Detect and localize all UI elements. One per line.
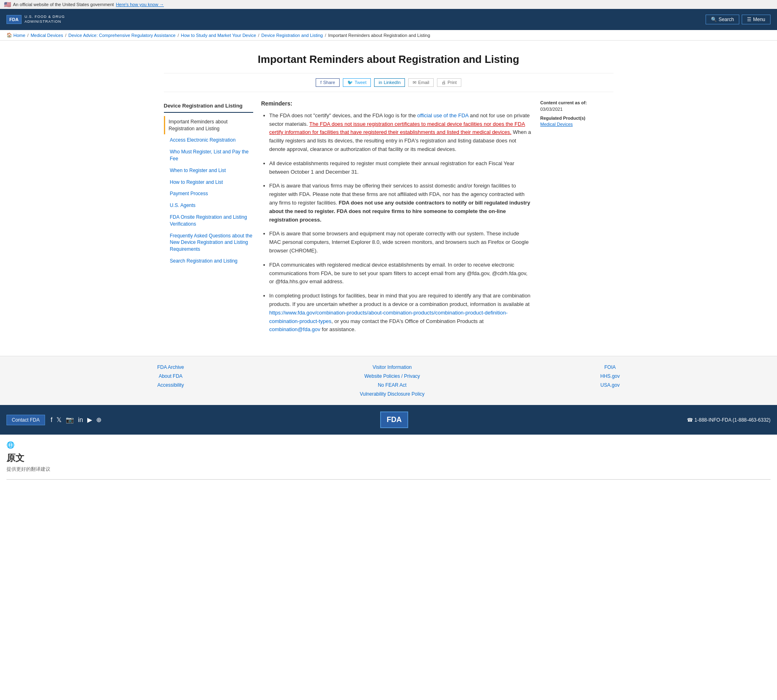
print-label: Print [448,80,457,85]
share-twitter-button[interactable]: 🐦 Tweet [343,78,371,87]
footer-links-grid: FDA Archive About FDA Accessibility Visi… [157,364,620,397]
tweet-label: Tweet [355,80,366,85]
share-facebook-button[interactable]: f Share [316,78,339,87]
list-item: All device establishments required to re… [269,159,532,177]
content-layout: Device Registration and Listing Importan… [164,92,613,356]
print-button[interactable]: 🖨 Print [437,78,461,87]
linkedin-icon: in [379,80,382,85]
search-icon: 🔍 [711,17,717,22]
sidebar-item-fda-onsite[interactable]: FDA Onsite Registration and Listing Veri… [164,211,253,230]
breadcrumb-home[interactable]: Home [13,33,25,38]
footer-dark-center: FDA [380,411,408,428]
footer-phone: ☎ 1-888-INFO-FDA (1-888-463-6332) [687,417,771,423]
footer-facebook-icon[interactable]: f [51,416,52,424]
menu-icon: ☰ [747,17,751,22]
sidebar-item-payment-process[interactable]: Payment Process [164,188,253,200]
header-buttons: 🔍 Search ☰ Menu [706,15,771,24]
footer-dark-right: ☎ 1-888-INFO-FDA (1-888-463-6332) [687,417,771,423]
breadcrumb-current: Important Reminders about Registration a… [328,33,430,38]
footer-col-center: Visitor Information Website Policies / P… [360,364,425,397]
list-item: In completing product listings for facil… [269,292,532,334]
list-item: FDA is aware that some browsers and equi… [269,230,532,255]
search-button[interactable]: 🔍 Search [706,15,739,24]
reminders-heading: Reminders: [261,100,532,107]
fda-logo: FDA U.S. FOOD & DRUG ADMINISTRATION [6,15,65,24]
sidebar-item-how-to-register[interactable]: How to Register and List [164,177,253,188]
breadcrumb-device-advice[interactable]: Device Advice: Comprehensive Regulatory … [69,33,176,38]
combination-products-link[interactable]: https://www.fda.gov/combination-products… [269,310,508,324]
official-use-link[interactable]: official use of the FDA [417,112,468,118]
footer-accessibility[interactable]: Accessibility [157,382,184,388]
list-item: FDA communicates with registered medical… [269,261,532,286]
footer-usa[interactable]: USA.gov [601,382,620,388]
main-container: Important Reminders about Registration a… [157,41,620,356]
sidebar: Device Registration and Listing Importan… [164,100,253,340]
footer-foia[interactable]: FOIA [604,364,616,370]
linkedin-label: LinkedIn [384,80,401,85]
sidebar-item-search[interactable]: Search Registration and Listing [164,255,253,267]
footer-dark: Contact FDA f 𝕏 📷 in ▶ ⊕ FDA ☎ 1-888-INF… [0,405,777,435]
breadcrumb-study-market[interactable]: How to Study and Market Your Device [181,33,256,38]
content-text: The FDA does not "certify" devices, and … [261,112,532,334]
gov-banner: 🇺🇸 An official website of the United Sta… [0,0,777,9]
sidebar-item-faq[interactable]: Frequently Asked Questions about the New… [164,230,253,255]
footer-vulnerability[interactable]: Vulnerability Disclosure Policy [360,391,425,397]
social-icons: f 𝕏 📷 in ▶ ⊕ [51,416,101,424]
footer-youtube-icon[interactable]: ▶ [87,416,92,424]
sidebar-item-us-agents[interactable]: U.S. Agents [164,200,253,211]
twitter-icon: 🐦 [347,80,353,85]
regulated-value-link[interactable]: Medical Devices [540,122,573,127]
right-sidebar: Content current as of: 03/03/2021 Regula… [540,100,613,340]
print-icon: 🖨 [441,80,446,85]
share-linkedin-button[interactable]: in LinkedIn [374,78,405,87]
sidebar-nav: Important Reminders about Registration a… [164,116,253,267]
gov-banner-link[interactable]: Here's how you know → [116,2,164,7]
page-title-section: Important Reminders about Registration a… [164,41,613,73]
fda-logo-text: U.S. FOOD & DRUG ADMINISTRATION [25,15,65,24]
list-item: FDA is aware that various firms may be o… [269,182,532,224]
share-label: Share [323,80,335,85]
no-certs-text: The FDA does not issue registration cert… [269,121,525,136]
breadcrumb-medical-devices[interactable]: Medical Devices [30,33,63,38]
footer-visitor-info[interactable]: Visitor Information [372,364,412,370]
content-current: Content current as of: 03/03/2021 Regula… [540,100,613,127]
footer-fda-archive[interactable]: FDA Archive [157,364,184,370]
sidebar-item-who-must-register[interactable]: Who Must Register, List and Pay the Fee [164,146,253,165]
site-header: FDA U.S. FOOD & DRUG ADMINISTRATION 🔍 Se… [0,9,777,30]
combination-email-link[interactable]: combination@fda.gov [269,326,321,332]
footer-fda-logo: FDA [380,411,408,428]
breadcrumb-home-icon: 🏠 [6,32,12,38]
footer-rss-icon[interactable]: ⊕ [96,416,101,424]
footer-dark-left: Contact FDA f 𝕏 📷 in ▶ ⊕ [6,415,101,425]
reminders-list: The FDA does not "certify" devices, and … [261,112,532,334]
content-current-label: Content current as of: [540,100,613,105]
list-item: The FDA does not "certify" devices, and … [269,112,532,154]
footer-linkedin-icon[interactable]: in [78,416,83,424]
menu-button[interactable]: ☰ Menu [742,15,771,24]
breadcrumb-device-registration[interactable]: Device Registration and Listing [261,33,323,38]
flag-icon: 🇺🇸 [4,1,11,8]
regulated-label: Regulated Product(s) [540,116,613,121]
sidebar-item-access-electronic[interactable]: Access Electronic Registration [164,134,253,146]
social-bar: f Share 🐦 Tweet in LinkedIn ✉ Email 🖨 Pr… [164,73,613,92]
footer-twitter-icon[interactable]: 𝕏 [56,416,62,424]
footer-no-fear-act[interactable]: No FEAR Act [378,382,407,388]
translate-icon[interactable]: 🌐 [6,442,15,448]
bold-notice: FDA does not use any outside contractors… [269,200,530,223]
contact-fda-button[interactable]: Contact FDA [6,415,45,425]
footer-about-fda[interactable]: About FDA [159,373,183,379]
footer-website-policies[interactable]: Website Policies / Privacy [364,373,420,379]
main-content: Reminders: The FDA does not "certify" de… [253,100,540,340]
email-label: Email [418,80,429,85]
footer-hhs[interactable]: HHS.gov [600,373,620,379]
footer-links: FDA Archive About FDA Accessibility Visi… [0,356,777,405]
gov-banner-text: An official website of the United States… [13,2,114,7]
translation-section: 🌐 原文 提供更好的翻译建议 [0,435,777,486]
email-icon: ✉ [413,80,416,85]
footer-col-left: FDA Archive About FDA Accessibility [157,364,184,397]
sidebar-item-important-reminders[interactable]: Important Reminders about Registration a… [164,116,253,135]
sidebar-item-when-to-register[interactable]: When to Register and List [164,165,253,177]
share-email-button[interactable]: ✉ Email [408,78,434,87]
footer-instagram-icon[interactable]: 📷 [66,416,74,424]
translate-suggestion: 提供更好的翻译建议 [6,466,771,473]
